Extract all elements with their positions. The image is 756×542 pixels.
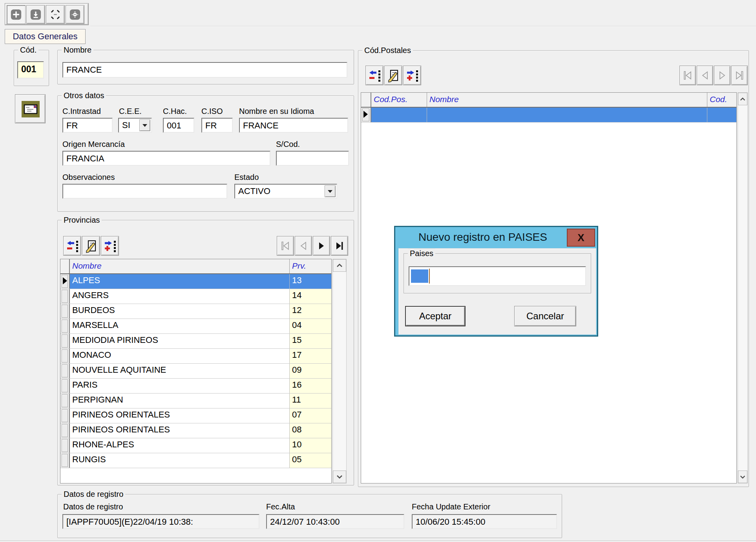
cell[interactable]: PARIS — [70, 379, 290, 393]
focus-toolbar-button[interactable] — [46, 5, 65, 24]
dialog-close-button[interactable]: X — [567, 229, 595, 247]
pais-input[interactable] — [409, 266, 586, 286]
table-row[interactable] — [361, 108, 736, 123]
cell[interactable]: RUNGIS — [70, 453, 290, 468]
codpostales-edit-record-button[interactable] — [384, 66, 402, 85]
scroll-up-button[interactable] — [738, 93, 747, 105]
cell[interactable]: ANGERS — [70, 289, 290, 304]
codpostales-first-record-button[interactable] — [679, 66, 696, 85]
estado-dropdown-button[interactable] — [325, 185, 336, 197]
cell[interactable]: PERPIGNAN — [70, 394, 290, 408]
cee-combobox[interactable]: SI — [118, 118, 152, 133]
cell[interactable]: PIRINEOS ORIENTALES — [70, 408, 290, 423]
cell[interactable]: 08 — [290, 423, 331, 438]
cell[interactable] — [707, 108, 736, 122]
c-intrastad-field[interactable]: FR — [62, 118, 113, 133]
observaciones-field[interactable] — [62, 184, 227, 199]
provincias-next-record-button[interactable] — [313, 236, 330, 256]
scroll-down-button[interactable] — [333, 471, 346, 483]
provincias-edit-record-button[interactable] — [82, 236, 100, 256]
cancelar-button[interactable]: Cancelar — [514, 306, 576, 326]
new-record-toolbar-button[interactable] — [7, 5, 26, 24]
row-indicator[interactable] — [60, 349, 70, 363]
scroll-down-button[interactable] — [738, 471, 747, 483]
aceptar-button[interactable]: Aceptar — [405, 306, 466, 326]
cell[interactable]: 14 — [290, 289, 331, 304]
nombre-idioma-field[interactable]: FRANCE — [239, 118, 348, 133]
table-row[interactable]: NOUVELLE AQUITAINE09 — [60, 364, 331, 379]
row-indicator[interactable] — [60, 274, 70, 289]
cell[interactable]: 07 — [290, 408, 331, 423]
cod-column-header[interactable]: Cod. — [707, 93, 736, 107]
cell[interactable]: 09 — [290, 364, 331, 378]
codpostales-scrollbar[interactable] — [738, 92, 748, 483]
table-row[interactable]: PIRINEOS ORIENTALES08 — [60, 423, 331, 438]
prv-column-header[interactable]: Prv. — [290, 259, 331, 273]
row-indicator[interactable] — [60, 408, 70, 423]
table-row[interactable]: PARIS16 — [60, 379, 331, 394]
cell[interactable]: MARSELLA — [70, 319, 290, 333]
c-iso-field[interactable]: FR — [201, 118, 233, 133]
codpostales-prev-record-button[interactable] — [697, 66, 713, 85]
row-indicator[interactable] — [60, 379, 70, 393]
codpostales-add-record-button[interactable] — [403, 66, 421, 85]
cell[interactable]: MONACO — [70, 349, 290, 363]
cell[interactable]: RHONE-ALPES — [70, 438, 290, 453]
table-row[interactable]: MARSELLA04 — [60, 319, 331, 334]
row-indicator[interactable] — [60, 394, 70, 408]
cell[interactable] — [427, 108, 707, 122]
cell[interactable]: 11 — [290, 394, 331, 408]
provincias-add-record-button[interactable] — [101, 236, 119, 256]
table-row[interactable]: MONACO17 — [60, 349, 331, 364]
cod-field[interactable]: 001 — [17, 61, 44, 79]
row-indicator[interactable] — [60, 334, 70, 348]
provincias-last-record-button[interactable] — [331, 236, 348, 256]
cell[interactable]: BURDEOS — [70, 304, 290, 319]
cell[interactable]: 12 — [290, 304, 331, 319]
save-toolbar-button[interactable] — [26, 5, 45, 24]
codpostales-delete-record-button[interactable] — [365, 66, 383, 85]
row-indicator[interactable] — [60, 453, 70, 468]
cell[interactable]: 16 — [290, 379, 331, 393]
row-indicator[interactable] — [60, 289, 70, 304]
codpostales-last-record-button[interactable] — [731, 66, 748, 85]
provincias-scrollbar[interactable] — [332, 259, 347, 483]
estado-combobox[interactable]: ACTIVO — [234, 184, 337, 199]
codpostales-next-record-button[interactable] — [714, 66, 730, 85]
nombre-column-header[interactable]: Nombre — [70, 259, 290, 273]
table-row[interactable]: ALPES13 — [60, 274, 331, 289]
cell[interactable]: 10 — [290, 438, 331, 453]
cell[interactable] — [371, 108, 427, 122]
options-toolbar-button[interactable] — [66, 5, 84, 24]
cell[interactable]: 15 — [290, 334, 331, 348]
table-row[interactable]: ANGERS14 — [60, 289, 331, 304]
provincias-first-record-button[interactable] — [277, 236, 294, 256]
cell[interactable]: 05 — [290, 453, 331, 468]
nombre-field[interactable]: FRANCE — [62, 62, 347, 78]
codpos-column-header[interactable]: Cod.Pos. — [371, 93, 427, 107]
row-indicator[interactable] — [361, 108, 371, 122]
table-row[interactable]: PERPIGNAN11 — [60, 394, 331, 408]
provincias-delete-record-button[interactable] — [63, 236, 81, 256]
cell[interactable]: MEDIODIA PIRINEOS — [70, 334, 290, 348]
row-indicator[interactable] — [60, 364, 70, 378]
c-hac-field[interactable]: 001 — [163, 118, 194, 133]
table-row[interactable]: PIRINEOS ORIENTALES07 — [60, 408, 331, 423]
tab-datos-generales[interactable]: Datos Generales — [5, 29, 86, 44]
cell[interactable]: PIRINEOS ORIENTALES — [70, 423, 290, 438]
cell[interactable]: ALPES — [70, 274, 290, 289]
table-row[interactable]: RUNGIS05 — [60, 453, 331, 468]
table-row[interactable]: BURDEOS12 — [60, 304, 331, 319]
card-button[interactable] — [15, 94, 46, 123]
row-indicator[interactable] — [60, 319, 70, 333]
nombre-column-header[interactable]: Nombre — [427, 93, 707, 107]
s-cod-field[interactable] — [276, 151, 349, 166]
origen-field[interactable]: FRANCIA — [62, 151, 270, 166]
table-row[interactable]: MEDIODIA PIRINEOS15 — [60, 334, 331, 349]
provincias-prev-record-button[interactable] — [295, 236, 312, 256]
cell[interactable]: NOUVELLE AQUITAINE — [70, 364, 290, 378]
scroll-up-button[interactable] — [333, 259, 346, 272]
cell[interactable]: 13 — [290, 274, 331, 289]
cell[interactable]: 17 — [290, 349, 331, 363]
row-indicator[interactable] — [60, 304, 70, 319]
